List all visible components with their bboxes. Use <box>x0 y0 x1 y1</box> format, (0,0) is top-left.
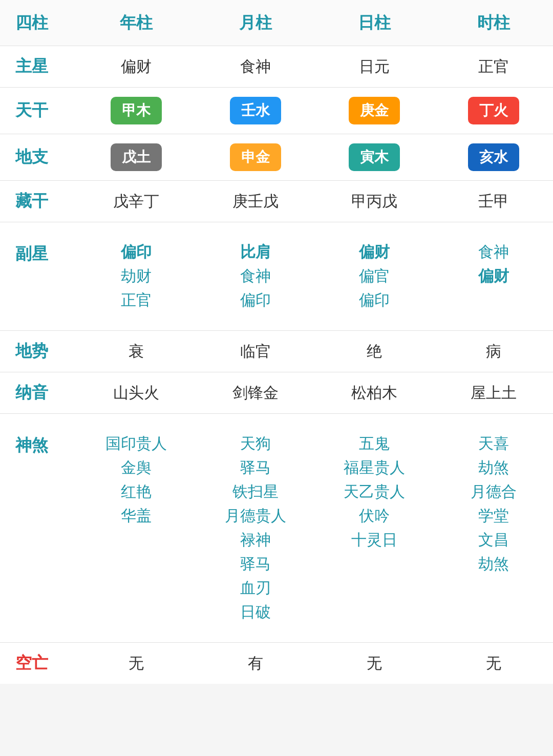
header-row: 四柱 年柱 月柱 日柱 时柱 <box>0 0 553 46</box>
dizhi-col2: 申金 <box>196 134 315 180</box>
kongwang-col2: 有 <box>196 644 315 683</box>
fuxing-col2: 比肩 食神 偏印 <box>196 233 315 320</box>
dishi-row: 地势 衰 临官 绝 病 <box>0 331 553 372</box>
shensha-col1: 国印贵人 金舆 红艳 华盖 <box>77 424 196 536</box>
tiangan-row: 天干 甲木 壬水 庚金 丁火 <box>0 88 553 134</box>
nayin-col1: 山头火 <box>77 373 196 413</box>
kongwang-row: 空亡 无 有 无 无 <box>0 643 553 684</box>
header-col0: 四柱 <box>0 3 77 44</box>
fuxing-col3: 偏财 偏官 偏印 <box>315 233 434 320</box>
zhuxing-col2: 食神 <box>196 47 315 87</box>
kongwang-col3: 无 <box>315 644 434 683</box>
dizhi-row: 地支 戊土 申金 寅木 亥水 <box>0 134 553 181</box>
zhuxing-col3: 日元 <box>315 47 434 87</box>
zanggan-col2: 庚壬戊 <box>196 182 315 221</box>
dizhi-col1: 戊土 <box>77 134 196 180</box>
kongwang-col1: 无 <box>77 644 196 683</box>
header-col2: 月柱 <box>196 3 315 44</box>
nayin-label-cell: 纳音 <box>0 372 77 413</box>
dizhi-col3: 寅木 <box>315 134 434 180</box>
dishi-label-cell: 地势 <box>0 331 77 372</box>
nayin-col2: 剑锋金 <box>196 373 315 413</box>
zhuxing-col1: 偏财 <box>77 47 196 87</box>
shensha-col2: 天狗 驿马 铁扫星 月德贵人 禄神 驿马 血刃 日破 <box>196 424 315 632</box>
zanggan-label-cell: 藏干 <box>0 181 77 222</box>
dishi-col3: 绝 <box>315 332 434 371</box>
tiangan-col2: 壬水 <box>196 88 315 134</box>
zanggan-row: 藏干 戊辛丁 庚壬戊 甲丙戊 壬甲 <box>0 181 553 222</box>
dishi-col1: 衰 <box>77 332 196 371</box>
zhuxing-label-cell: 主星 <box>0 46 77 87</box>
dishi-col4: 病 <box>434 332 554 371</box>
kongwang-col4: 无 <box>434 644 554 683</box>
nayin-col3: 松柏木 <box>315 373 434 413</box>
nayin-col4: 屋上土 <box>434 373 554 413</box>
zhuxing-row: 主星 偏财 食神 日元 正官 <box>0 46 553 88</box>
zhuxing-col4: 正官 <box>434 47 554 87</box>
header-col1: 年柱 <box>77 3 196 44</box>
tiangan-col4: 丁火 <box>434 88 554 134</box>
tiangan-col1: 甲木 <box>77 88 196 134</box>
bazi-table: 四柱 年柱 月柱 日柱 时柱 主星 偏财 食神 日元 正官 <box>0 0 553 684</box>
shensha-label-cell: 神煞 <box>0 424 77 466</box>
dizhi-label-cell: 地支 <box>0 137 77 178</box>
shensha-col4: 天喜 劫煞 月德合 学堂 文昌 劫煞 <box>434 424 554 584</box>
header-col3: 日柱 <box>315 3 434 44</box>
zanggan-col4: 壬甲 <box>434 182 554 221</box>
shensha-col3: 五鬼 福星贵人 天乙贵人 伏吟 十灵日 <box>315 424 434 560</box>
zanggan-col1: 戊辛丁 <box>77 182 196 221</box>
kongwang-label-cell: 空亡 <box>0 643 77 684</box>
fuxing-col1: 偏印 劫财 正官 <box>77 233 196 320</box>
header-col4: 时柱 <box>434 3 554 44</box>
tiangan-label-cell: 天干 <box>0 90 77 131</box>
dizhi-col4: 亥水 <box>434 134 554 180</box>
tiangan-col3: 庚金 <box>315 88 434 134</box>
zanggan-col3: 甲丙戊 <box>315 182 434 221</box>
fuxing-col4: 食神 偏财 <box>434 233 554 296</box>
dishi-col2: 临官 <box>196 332 315 371</box>
fuxing-label-cell: 副星 <box>0 233 77 275</box>
shensha-row: 神煞 国印贵人 金舆 红艳 华盖 天狗 驿马 铁扫星 月德贵人 禄神 驿马 血刃… <box>0 414 553 643</box>
nayin-row: 纳音 山头火 剑锋金 松柏木 屋上土 <box>0 372 553 414</box>
fuxing-row: 副星 偏印 劫财 正官 比肩 食神 偏印 偏财 偏官 偏印 食神 偏财 <box>0 222 553 331</box>
